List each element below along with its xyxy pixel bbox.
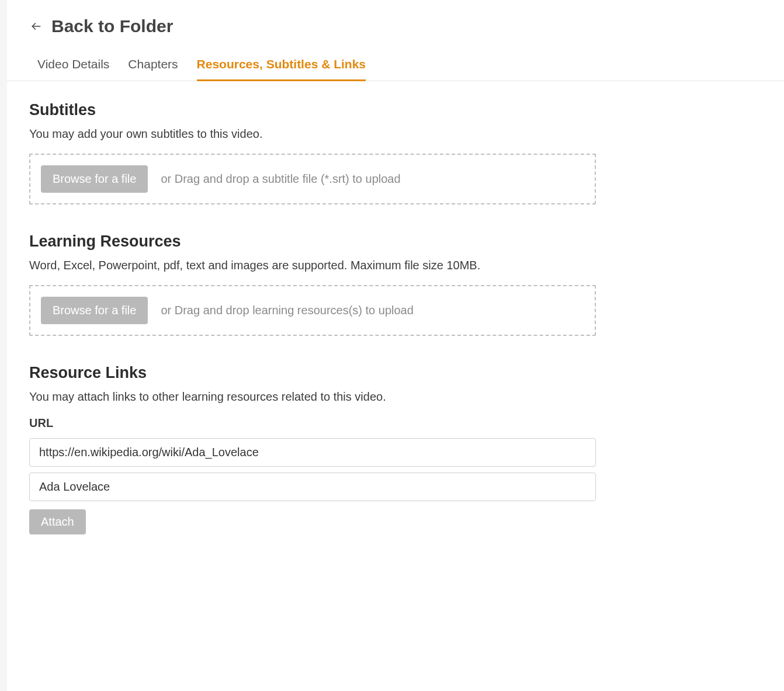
- subtitles-drop-text: or Drag and drop a subtitle file (*.srt)…: [161, 172, 400, 186]
- subtitles-dropzone[interactable]: Browse for a file or Drag and drop a sub…: [29, 154, 596, 204]
- content-area: Subtitles You may add your own subtitles…: [7, 81, 784, 534]
- learning-dropzone[interactable]: Browse for a file or Drag and drop learn…: [29, 285, 596, 336]
- subtitles-browse-button[interactable]: Browse for a file: [41, 165, 148, 193]
- back-to-folder-link[interactable]: Back to Folder: [7, 16, 784, 43]
- learning-drop-text: or Drag and drop learning resources(s) t…: [161, 304, 413, 317]
- tab-resources-subtitles-links[interactable]: Resources, Subtitles & Links: [197, 57, 366, 81]
- subtitles-section: Subtitles You may add your own subtitles…: [29, 101, 762, 204]
- tab-video-details[interactable]: Video Details: [37, 57, 109, 81]
- arrow-left-icon: [29, 19, 43, 33]
- learning-description: Word, Excel, Powerpoint, pdf, text and i…: [29, 259, 762, 272]
- link-name-input[interactable]: [29, 473, 596, 501]
- page-container: Back to Folder Video Details Chapters Re…: [7, 0, 784, 691]
- attach-button[interactable]: Attach: [29, 509, 86, 534]
- subtitles-description: You may add your own subtitles to this v…: [29, 127, 762, 141]
- tab-chapters[interactable]: Chapters: [128, 57, 178, 81]
- resource-links-section: Resource Links You may attach links to o…: [29, 364, 762, 534]
- url-input[interactable]: [29, 438, 596, 467]
- links-heading: Resource Links: [29, 364, 762, 382]
- back-title: Back to Folder: [51, 16, 173, 36]
- tabs: Video Details Chapters Resources, Subtit…: [7, 43, 784, 81]
- links-description: You may attach links to other learning r…: [29, 390, 762, 404]
- learning-browse-button[interactable]: Browse for a file: [41, 297, 148, 324]
- subtitles-heading: Subtitles: [29, 101, 762, 119]
- learning-resources-section: Learning Resources Word, Excel, Powerpoi…: [29, 232, 762, 336]
- url-label: URL: [29, 416, 762, 430]
- learning-heading: Learning Resources: [29, 232, 762, 251]
